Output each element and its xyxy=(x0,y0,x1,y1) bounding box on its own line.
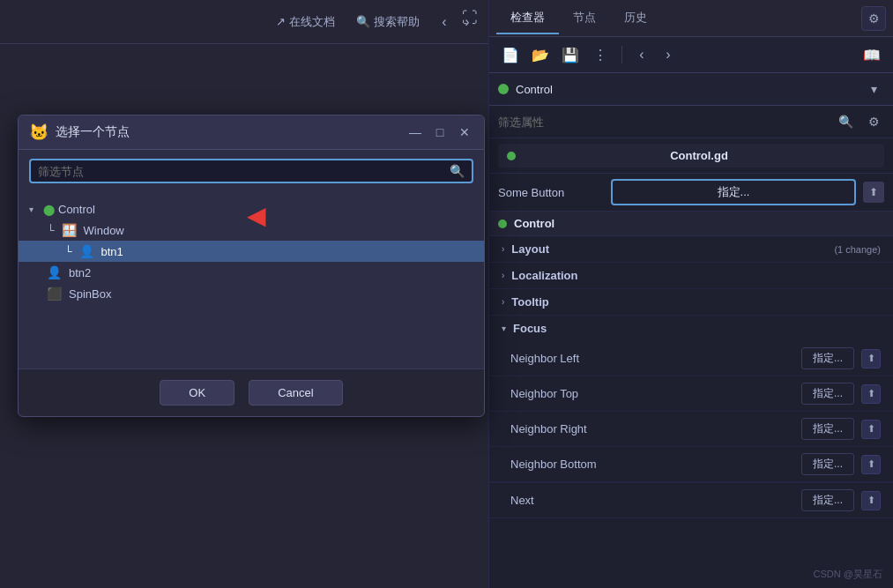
inspector-tabs: 检查器 节点 历史 ⚙ xyxy=(489,0,893,37)
tooltip-arrow: › xyxy=(502,297,504,307)
right-panel: 检查器 节点 历史 ⚙ 📄 📂 💾 ⋮ ‹ › 📖 Control xyxy=(488,0,893,588)
inspector-nav-left[interactable]: ‹ xyxy=(631,44,652,65)
control-title: Control xyxy=(514,217,554,230)
filter-input[interactable] xyxy=(498,115,828,129)
neighbor-left-value-button[interactable]: 指定... xyxy=(801,347,854,369)
save-script-button[interactable]: 💾 xyxy=(558,42,583,67)
new-script-button[interactable]: 📄 xyxy=(498,42,523,67)
properties-area: Control.gd Some Button 指定... ⬆ Control ›… xyxy=(489,138,893,588)
script-section: Control.gd xyxy=(489,138,893,174)
tree-label-spinbox: SpinBox xyxy=(69,287,111,301)
next-label: Next xyxy=(510,494,794,507)
tooltip-group-row[interactable]: › Tooltip xyxy=(489,289,893,316)
focus-label: Focus xyxy=(513,322,547,335)
dialog-tree: ▾ ⬤ Control └ 🪟 Window xyxy=(19,192,484,368)
watermark: CSDN @昊星石 xyxy=(814,568,882,581)
next-assign-button[interactable]: ⬆ xyxy=(861,491,881,510)
neighbor-bottom-value-button[interactable]: 指定... xyxy=(801,453,854,475)
tab-history-label: 历史 xyxy=(624,11,647,24)
tree-item-control[interactable]: ▾ ⬤ Control xyxy=(19,199,484,220)
dialog-footer: OK Cancel xyxy=(19,368,484,416)
some-button-value-button[interactable]: 指定... xyxy=(611,179,856,205)
neighbor-left-assign-button[interactable]: ⬆ xyxy=(861,349,881,368)
focus-section: ▾ Focus Neighbor Left 指定... ⬆ Neighbor T… xyxy=(489,316,893,483)
neighbor-left-row: Neighbor Left 指定... ⬆ xyxy=(489,341,893,376)
search-input[interactable] xyxy=(38,165,444,178)
localization-group-row[interactable]: › Localization xyxy=(489,263,893,289)
tab-nodes-label: 节点 xyxy=(573,11,596,24)
neighbor-right-value-button[interactable]: 指定... xyxy=(801,418,854,440)
dialog-cancel-button[interactable]: Cancel xyxy=(249,380,342,406)
dialog-title: 选择一个节点 xyxy=(56,124,399,140)
tab-history[interactable]: 历史 xyxy=(610,3,661,34)
tree-node-icon-btn2: 👤 xyxy=(47,265,62,279)
online-doc-label: 在线文档 xyxy=(289,14,335,30)
filter-settings-button[interactable]: ⚙ xyxy=(863,111,884,132)
toolbar-separator xyxy=(621,46,622,63)
tab-inspector-label: 检查器 xyxy=(510,11,545,24)
tree-branch-window: └ xyxy=(47,224,55,236)
next-row: Next 指定... ⬆ xyxy=(489,483,893,518)
dialog-maximize-button[interactable]: □ xyxy=(431,123,449,141)
search-help-icon: 🔍 xyxy=(356,15,370,28)
online-doc-button[interactable]: ↗ 在线文档 xyxy=(269,11,342,33)
inspector-extra-button[interactable]: ⚙ xyxy=(861,6,886,31)
tree-branch-btn1: └ xyxy=(64,245,72,257)
neighbor-bottom-label: Neighbor Bottom xyxy=(510,458,794,471)
neighbor-bottom-row: Neighbor Bottom 指定... ⬆ xyxy=(489,447,893,482)
focus-header[interactable]: ▾ Focus xyxy=(489,316,893,341)
tree-label-btn2: btn2 xyxy=(69,266,91,279)
some-button-label: Some Button xyxy=(498,186,604,199)
tree-item-btn2[interactable]: 👤 btn2 xyxy=(19,262,484,283)
more-options-button[interactable]: ⋮ xyxy=(588,42,613,67)
layout-change: (1 change) xyxy=(834,244,881,255)
localization-label: Localization xyxy=(511,269,577,282)
script-dot xyxy=(507,152,516,160)
layout-group-row[interactable]: › Layout (1 change) xyxy=(489,236,893,263)
search-wrapper: 🔍 xyxy=(29,159,473,183)
inspector-toolbar: 📄 📂 💾 ⋮ ‹ › 📖 xyxy=(489,37,893,73)
neighbor-right-row: Neighbor Right 指定... ⬆ xyxy=(489,412,893,447)
tree-node-icon-control: ⬤ xyxy=(43,204,55,216)
dialog-titlebar: 🐱 选择一个节点 — □ ✕ xyxy=(19,115,484,150)
nav-left-button[interactable]: ‹ xyxy=(434,11,455,33)
node-selector-bar: Control ▾ xyxy=(489,73,893,106)
neighbor-top-assign-button[interactable]: ⬆ xyxy=(861,384,881,404)
filter-search-button[interactable]: 🔍 xyxy=(835,111,856,132)
neighbor-right-assign-button[interactable]: ⬆ xyxy=(861,420,881,439)
dialog-controls: — □ ✕ xyxy=(406,123,473,141)
search-help-label: 搜索帮助 xyxy=(374,14,420,30)
tree-arrow-control: ▾ xyxy=(29,205,40,214)
open-script-button[interactable]: 📂 xyxy=(528,42,553,67)
left-content: 🐱 选择一个节点 — □ ✕ 🔍 xyxy=(0,44,488,588)
tree-item-spinbox[interactable]: ⬛ SpinBox xyxy=(19,283,484,304)
script-name: Control.gd xyxy=(523,149,875,162)
node-dot xyxy=(498,84,509,94)
focus-arrow: ▾ xyxy=(502,324,506,333)
dialog-close-button[interactable]: ✕ xyxy=(456,123,473,141)
select-node-dialog: 🐱 选择一个节点 — □ ✕ 🔍 xyxy=(18,115,485,417)
docs-button[interactable]: 📖 xyxy=(860,42,884,67)
dialog-minimize-button[interactable]: — xyxy=(406,123,424,141)
neighbor-bottom-assign-button[interactable]: ⬆ xyxy=(861,455,881,474)
tab-inspector[interactable]: 检查器 xyxy=(496,3,559,34)
tree-item-btn1[interactable]: └ 👤 btn1 xyxy=(19,241,484,262)
layout-arrow: › xyxy=(502,244,504,254)
node-dropdown-button[interactable]: ▾ xyxy=(863,78,884,100)
tree-item-window[interactable]: └ 🪟 Window xyxy=(19,220,484,241)
some-button-assign-button[interactable]: ⬆ xyxy=(863,182,884,203)
next-value-button[interactable]: 指定... xyxy=(801,489,854,511)
expand-icon[interactable]: ⛶ xyxy=(462,9,478,27)
inspector-nav-right[interactable]: › xyxy=(658,44,679,65)
dialog-icon: 🐱 xyxy=(29,123,48,142)
search-help-button[interactable]: 🔍 搜索帮助 xyxy=(349,11,427,33)
dialog-ok-button[interactable]: OK xyxy=(160,380,234,406)
node-name: Control xyxy=(516,83,856,96)
tree-label-btn1: btn1 xyxy=(101,245,123,258)
dialog-search-area: 🔍 xyxy=(19,150,484,192)
tab-nodes[interactable]: 节点 xyxy=(559,3,610,34)
localization-arrow: › xyxy=(502,271,504,280)
script-bar[interactable]: Control.gd xyxy=(498,144,884,167)
neighbor-top-value-button[interactable]: 指定... xyxy=(801,383,854,405)
neighbor-left-label: Neighbor Left xyxy=(510,352,794,365)
